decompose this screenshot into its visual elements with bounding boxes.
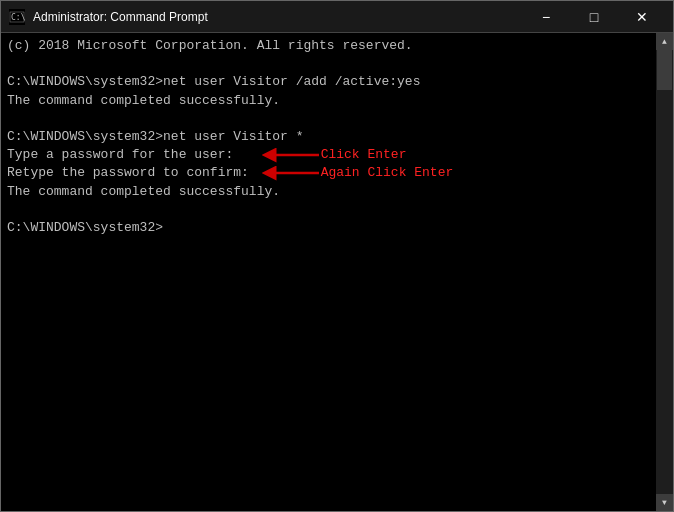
scrollbar: ▲ ▼	[656, 33, 673, 511]
annotation-arrow-1: Click Enter	[261, 146, 407, 164]
content-area: (c) 2018 Microsoft Corporation. All righ…	[1, 33, 673, 511]
annotation-text-2: Again Click Enter	[321, 164, 454, 182]
terminal-line-9	[7, 201, 650, 219]
cmd-icon: C:\	[9, 9, 25, 25]
annotation-text-1: Click Enter	[321, 146, 407, 164]
terminal-line-5: C:\WINDOWS\system32>net user Visitor *	[7, 128, 650, 146]
scrollbar-track[interactable]	[656, 50, 673, 494]
terminal-line-4	[7, 110, 650, 128]
minimize-button[interactable]: −	[523, 2, 569, 32]
red-arrow-1-icon	[261, 146, 321, 164]
command-prompt-window: C:\ Administrator: Command Prompt − □ ✕ …	[0, 0, 674, 512]
window-title: Administrator: Command Prompt	[33, 10, 523, 24]
annotation-arrow-2: Again Click Enter	[261, 164, 454, 182]
terminal-line-2: C:\WINDOWS\system32>net user Visitor /ad…	[7, 73, 650, 91]
terminal-line-3: The command completed successfully.	[7, 92, 650, 110]
title-bar: C:\ Administrator: Command Prompt − □ ✕	[1, 1, 673, 33]
red-arrow-2-icon	[261, 164, 321, 182]
scrollbar-up-button[interactable]: ▲	[656, 33, 673, 50]
terminal-line-8: The command completed successfully.	[7, 183, 650, 201]
terminal-output[interactable]: (c) 2018 Microsoft Corporation. All righ…	[1, 33, 656, 511]
scrollbar-down-button[interactable]: ▼	[656, 494, 673, 511]
terminal-line-7: Retype the password to confirm: Again Cl…	[7, 164, 650, 182]
close-button[interactable]: ✕	[619, 2, 665, 32]
maximize-button[interactable]: □	[571, 2, 617, 32]
terminal-line-6: Type a password for the user: Click Ente…	[7, 146, 650, 164]
svg-text:C:\: C:\	[11, 13, 25, 22]
scrollbar-thumb[interactable]	[657, 50, 672, 90]
terminal-line-0: (c) 2018 Microsoft Corporation. All righ…	[7, 37, 650, 55]
terminal-line-1	[7, 55, 650, 73]
terminal-line-10: C:\WINDOWS\system32>	[7, 219, 650, 237]
window-controls: − □ ✕	[523, 2, 665, 32]
